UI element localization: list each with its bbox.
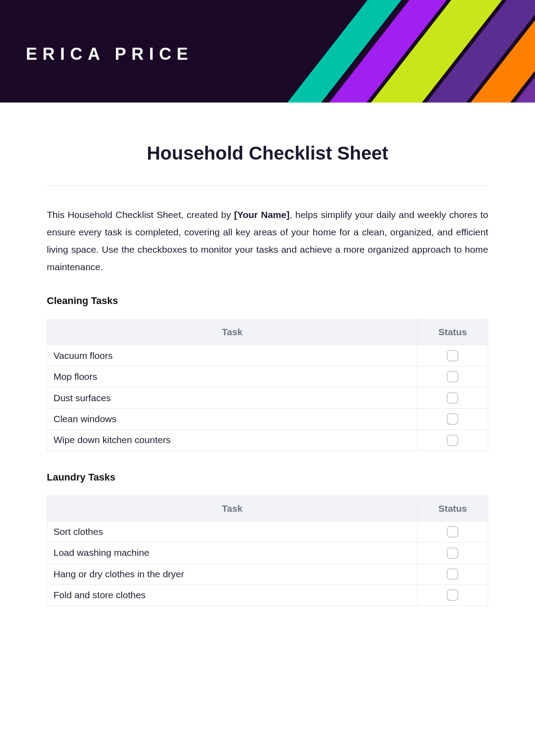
divider (47, 185, 488, 186)
table-row: Mop floors (47, 366, 488, 387)
status-cell (417, 345, 488, 366)
column-header-status: Status (417, 320, 488, 345)
intro-text-pre: This Household Checklist Sheet, created … (47, 210, 234, 220)
task-cell: Hang or dry clothes in the dryer (47, 563, 418, 584)
table-row: Hang or dry clothes in the dryer (47, 563, 488, 584)
status-checkbox[interactable] (447, 526, 458, 538)
task-cell: Vacuum floors (47, 345, 418, 366)
task-cell: Wipe down kitchen counters (47, 430, 418, 451)
status-cell (417, 408, 488, 429)
status-cell (417, 521, 488, 542)
status-checkbox[interactable] (447, 568, 458, 580)
section-heading: Cleaning Tasks (47, 295, 488, 307)
status-cell (417, 563, 488, 584)
status-checkbox[interactable] (447, 392, 458, 404)
task-cell: Fold and store clothes (47, 585, 418, 606)
decorative-stripes (223, 0, 535, 103)
task-cell: Dust surfaces (47, 387, 418, 408)
table-row: Fold and store clothes (47, 585, 488, 606)
column-header-status: Status (417, 496, 488, 521)
table-row: Wipe down kitchen counters (47, 430, 488, 451)
column-header-task: Task (47, 496, 418, 521)
status-cell (417, 542, 488, 563)
checklist-table: TaskStatusSort clothesLoad washing machi… (47, 496, 488, 606)
task-cell: Clean windows (47, 408, 418, 429)
status-cell (417, 430, 488, 451)
document-header: ERICA PRICE (0, 0, 535, 103)
status-checkbox[interactable] (447, 547, 458, 559)
table-row: Clean windows (47, 408, 488, 429)
author-name: ERICA PRICE (26, 45, 193, 64)
table-row: Vacuum floors (47, 345, 488, 366)
task-cell: Sort clothes (47, 521, 418, 542)
status-checkbox[interactable] (447, 413, 458, 425)
table-row: Load washing machine (47, 542, 488, 563)
task-cell: Mop floors (47, 366, 418, 387)
status-checkbox[interactable] (447, 350, 458, 362)
status-checkbox[interactable] (447, 435, 458, 446)
intro-placeholder-name: [Your Name] (234, 210, 289, 220)
status-cell (417, 585, 488, 606)
status-checkbox[interactable] (447, 589, 458, 601)
document-body: Household Checklist Sheet This Household… (0, 103, 535, 653)
status-cell (417, 366, 488, 387)
table-row: Dust surfaces (47, 387, 488, 408)
status-cell (417, 387, 488, 408)
page-title: Household Checklist Sheet (47, 143, 488, 164)
status-checkbox[interactable] (447, 371, 458, 382)
section-heading: Laundry Tasks (47, 472, 488, 483)
table-row: Sort clothes (47, 521, 488, 542)
task-cell: Load washing machine (47, 542, 418, 563)
column-header-task: Task (47, 320, 418, 345)
intro-paragraph: This Household Checklist Sheet, created … (47, 206, 488, 275)
checklist-table: TaskStatusVacuum floorsMop floorsDust su… (47, 319, 488, 451)
